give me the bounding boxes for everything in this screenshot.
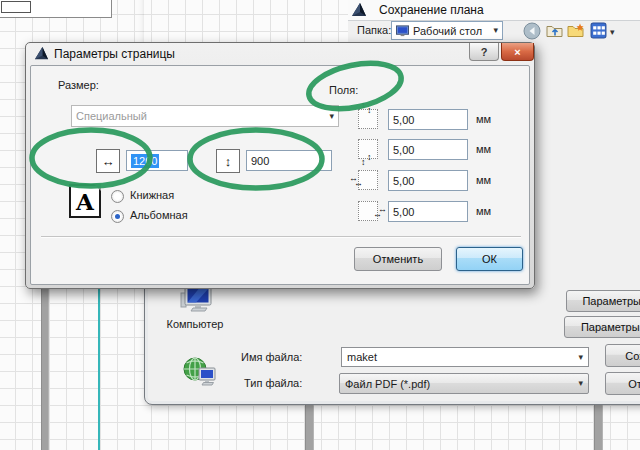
chevron-down-icon: ▾ [329,112,334,121]
screen: Сохранение плана Папка: Рабочий стол ▾ ▾… [0,0,640,450]
page-setup-title: Параметры страницы [54,47,175,61]
landscape-radio[interactable] [111,210,124,223]
orientation-page-icon: A [69,184,101,218]
cancel-button[interactable]: Отменить [354,247,442,271]
height-arrow-icon: ↕ [216,149,240,173]
page-setup-dialog: Параметры страницы ? × Размер: Специальн… [25,42,535,289]
margin-top-unit: мм [476,113,491,125]
views-icon[interactable] [590,22,608,40]
arrow-glyph: ↕ [367,106,372,115]
close-icon[interactable]: × [501,43,534,61]
chevron-down-icon: ▾ [493,26,498,35]
file-name-value: maket [347,351,377,363]
teal-guide-line [98,285,100,450]
margin-left-input[interactable]: 5,00 [388,170,468,191]
doc-params-button[interactable]: Параметры д [564,316,640,338]
ruler-origin-box [1,1,31,13]
orientation-letter: A [76,188,94,215]
margin-bottom-value: 5,00 [393,144,414,156]
margin-top-value: 5,00 [393,114,414,126]
page-params-button[interactable]: Параметры с [566,290,640,312]
folder-label: Папка: [357,24,391,36]
chevron-down-icon[interactable]: ▾ [578,353,583,362]
margin-left-icon: ↔ ↔ [358,170,378,190]
margin-right-value: 5,00 [393,206,414,218]
file-name-input[interactable]: maket ▾ [341,347,589,367]
help-button[interactable]: ? [469,43,499,61]
portrait-label[interactable]: Книжная [130,189,174,201]
margin-bottom-input[interactable]: 5,00 [388,139,468,160]
page-fold-icon [94,184,101,191]
size-preset-value: Специальный [76,110,147,122]
height-input[interactable]: 900 [246,150,332,171]
margin-right-icon: ↔ ↔ [358,201,378,221]
margins-label: Поля: [329,84,358,96]
divider [41,236,521,238]
width-arrow-icon: ↔ [96,149,120,173]
save-dialog-title: Сохранение плана [379,3,484,17]
cad-grid-background [144,0,348,42]
arrow-glyph: ↕ [361,158,366,167]
width-input[interactable]: 1200 [126,150,188,171]
folder-combobox[interactable]: Рабочий стол ▾ [391,21,503,40]
cancel-save-button[interactable]: От [605,372,640,395]
arrow-glyph: ↕ [367,153,372,162]
file-type-label: Тип файла: [244,377,302,389]
computer-icon[interactable] [179,285,215,317]
margin-left-unit: мм [476,174,491,186]
landscape-label[interactable]: Альбомная [130,209,188,221]
up-folder-icon[interactable] [546,22,564,40]
layout-edge-bar [41,285,49,450]
views-dropdown-caret-icon[interactable]: ▾ [610,28,615,37]
archicad-logo-icon [351,2,367,18]
margin-top-icon: ↕ ↕ [358,109,378,129]
margin-bottom-unit: мм [476,143,491,155]
file-name-label: Имя файла: [241,351,302,363]
file-type-value: Файл PDF (*.pdf) [345,378,430,390]
arrow-glyph: ↕ [361,101,366,110]
computer-place-label[interactable]: Компьютер [153,318,237,330]
folder-combobox-value: Рабочий стол [413,25,482,37]
file-type-dropdown[interactable]: Файл PDF (*.pdf) ▾ [339,373,589,394]
save-button[interactable]: Сох [605,344,640,367]
arrow-glyph: ↔ [354,179,363,188]
back-icon[interactable] [523,22,541,40]
arrow-glyph: ↔ [373,210,382,219]
ruler-corner [0,0,112,18]
height-value: 900 [251,155,269,167]
ok-button[interactable]: ОК [456,247,523,271]
network-icon[interactable] [181,356,219,390]
margin-top-input[interactable]: 5,00 [388,109,468,130]
portrait-radio[interactable] [111,190,124,203]
size-preset-dropdown[interactable]: Специальный ▾ [71,105,339,127]
size-label: Размер: [58,79,99,91]
margin-right-input[interactable]: 5,00 [388,201,468,222]
desktop-icon [396,25,409,37]
width-value-selected: 1200 [131,154,159,168]
margin-bottom-icon: ↕ ↕ [358,139,378,159]
margin-right-unit: мм [476,205,491,217]
margin-left-value: 5,00 [393,175,414,187]
chevron-down-icon[interactable]: ▾ [578,379,583,388]
archicad-logo-icon [34,46,49,61]
new-folder-icon[interactable] [567,22,585,40]
